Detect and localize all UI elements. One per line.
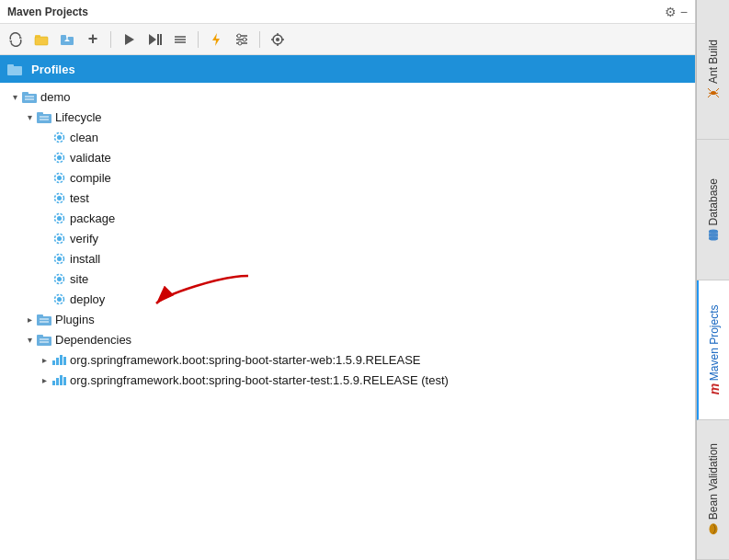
- svg-marker-9: [125, 34, 134, 45]
- tree-item-test[interactable]: test: [0, 188, 695, 208]
- plugins-expander[interactable]: [22, 312, 37, 326]
- svg-rect-71: [60, 375, 63, 385]
- lifecycle-folder-icon: [37, 109, 51, 124]
- package-label: package: [70, 211, 115, 225]
- compile-gear-icon: [51, 170, 66, 185]
- svg-marker-1: [19, 36, 22, 39]
- verify-gear-icon: [51, 231, 66, 246]
- tree-item-verify[interactable]: verify: [0, 228, 695, 248]
- svg-rect-6: [61, 35, 66, 39]
- svg-rect-72: [63, 377, 66, 385]
- lifecycle-expander[interactable]: [22, 109, 37, 124]
- dep-web-label: org.springframework.boot:spring-boot-sta…: [70, 353, 421, 367]
- tree-item-package[interactable]: package: [0, 208, 695, 228]
- validate-label: validate: [70, 151, 111, 165]
- svg-line-76: [708, 95, 711, 97]
- svg-point-55: [57, 297, 62, 302]
- tree-item-clean[interactable]: clean: [0, 127, 695, 147]
- download-button[interactable]: [57, 29, 77, 50]
- database-tab-text: Database: [705, 171, 722, 248]
- tree-item-dependencies[interactable]: Dependencies: [0, 329, 695, 349]
- svg-point-47: [57, 216, 62, 221]
- tree-item-install[interactable]: install: [0, 248, 695, 269]
- package-gear-icon: [51, 211, 66, 225]
- dep-test-expander[interactable]: [37, 372, 51, 387]
- svg-line-78: [708, 88, 711, 91]
- tree-item-site[interactable]: site: [0, 269, 695, 289]
- svg-point-45: [57, 196, 62, 200]
- folder-button[interactable]: [31, 29, 51, 50]
- window-title: Maven Projects: [7, 6, 88, 18]
- toolbar: +: [0, 24, 695, 55]
- svg-rect-70: [56, 378, 59, 385]
- tree-item-compile[interactable]: compile: [0, 167, 695, 188]
- config-button[interactable]: [268, 29, 288, 50]
- settings2-button[interactable]: [232, 29, 252, 50]
- clean-gear-icon: [51, 130, 66, 144]
- compile-expander: [37, 170, 51, 185]
- clean-expander: [37, 130, 51, 144]
- demo-expander[interactable]: [7, 89, 22, 104]
- svg-point-22: [238, 41, 242, 45]
- svg-rect-65: [52, 360, 55, 365]
- validate-gear-icon: [51, 150, 66, 165]
- sidebar-tab-bean-validation[interactable]: Bean Validation: [697, 420, 729, 560]
- install-expander: [37, 251, 51, 266]
- tree-item-validate[interactable]: validate: [0, 147, 695, 167]
- dep-web-bars-icon: [51, 352, 66, 367]
- run-config-button[interactable]: [144, 29, 165, 50]
- add-button[interactable]: +: [83, 29, 103, 50]
- profiles-header: Profiles: [0, 55, 695, 83]
- svg-point-83: [709, 229, 718, 233]
- svg-marker-10: [149, 34, 156, 45]
- svg-rect-66: [56, 358, 59, 365]
- deploy-expander: [37, 291, 51, 306]
- tree-item-plugins[interactable]: Plugins: [0, 309, 695, 329]
- refresh-button[interactable]: [6, 29, 26, 50]
- svg-rect-36: [37, 112, 43, 116]
- test-gear-icon: [51, 190, 66, 205]
- test-label: test: [70, 191, 89, 205]
- title-icons: ⚙ −: [665, 5, 688, 19]
- dependencies-folder-icon: [37, 332, 51, 347]
- svg-rect-58: [37, 314, 43, 318]
- profiles-label: Profiles: [31, 63, 75, 76]
- tree-item-dep-web[interactable]: org.springframework.boot:spring-boot-sta…: [0, 349, 695, 370]
- dependencies-expander[interactable]: [22, 332, 37, 347]
- svg-rect-30: [7, 64, 14, 68]
- site-expander: [37, 271, 51, 286]
- main-panel: Maven Projects ⚙ −: [0, 0, 696, 560]
- dependencies-label: Dependencies: [55, 333, 131, 347]
- svg-point-41: [57, 155, 62, 160]
- run-button[interactable]: [119, 29, 139, 50]
- dep-test-label: org.springframework.boot:spring-boot-sta…: [70, 373, 449, 387]
- install-label: install: [70, 252, 100, 266]
- tree-item-demo[interactable]: demo: [0, 86, 695, 107]
- dep-web-expander[interactable]: [37, 352, 51, 367]
- database-icon: [707, 228, 720, 241]
- demo-folder-icon: [22, 89, 37, 104]
- svg-rect-67: [60, 355, 63, 365]
- settings-icon[interactable]: ⚙: [665, 5, 677, 19]
- tree-item-dep-test[interactable]: org.springframework.boot:spring-boot-sta…: [0, 370, 695, 390]
- ant-build-tab-text: Ant Build: [705, 32, 722, 107]
- svg-point-53: [57, 277, 62, 281]
- validate-expander: [37, 150, 51, 165]
- sidebar-tab-database[interactable]: Database: [697, 140, 729, 280]
- lightning-button[interactable]: [206, 29, 226, 50]
- separator-1: [110, 31, 111, 48]
- tree-item-deploy[interactable]: deploy: [0, 289, 695, 309]
- tree-item-lifecycle[interactable]: Lifecycle: [0, 107, 695, 127]
- svg-line-77: [716, 88, 719, 91]
- separator-2: [198, 31, 199, 48]
- sidebar-tab-maven-projects[interactable]: m Maven Projects: [697, 280, 729, 420]
- package-expander: [37, 211, 51, 225]
- sidebar-tab-ant-build[interactable]: Ant Build: [697, 0, 729, 140]
- toggle-button[interactable]: [170, 29, 190, 50]
- clean-label: clean: [70, 131, 98, 144]
- svg-rect-69: [52, 381, 55, 385]
- minimize-icon[interactable]: −: [680, 5, 688, 19]
- svg-rect-62: [37, 335, 43, 338]
- svg-point-39: [57, 135, 62, 140]
- svg-point-24: [276, 38, 279, 41]
